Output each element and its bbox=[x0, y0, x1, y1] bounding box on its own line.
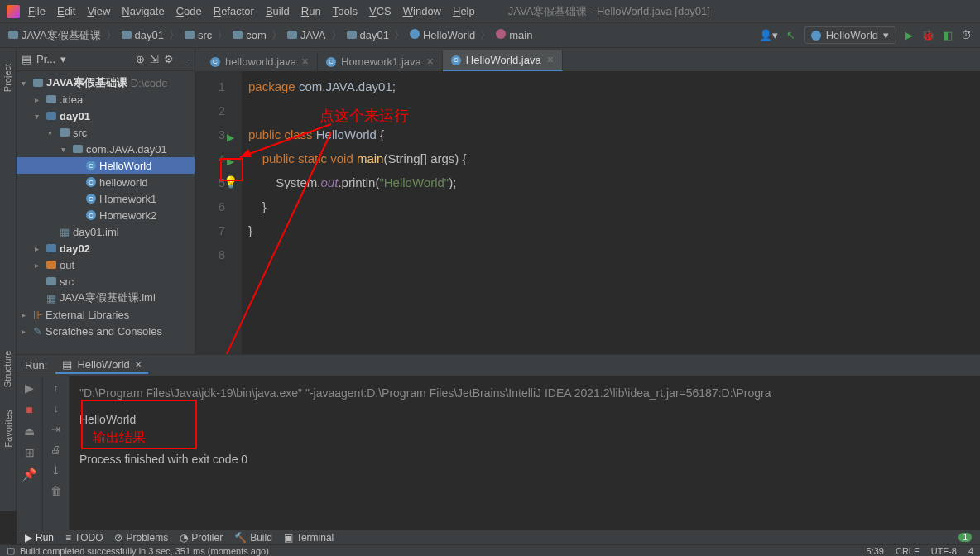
project-tree[interactable]: ▾ JAVA寒假基础课 D:\code▸ .idea▾ day01▾ src▾ … bbox=[17, 71, 195, 343]
side-tab-favorites[interactable]: Favorites bbox=[3, 410, 13, 447]
breadcrumb-item[interactable]: day01 bbox=[122, 29, 164, 41]
run-toolbar: ▶ ■ ⏏ ⊞ 📌 bbox=[17, 376, 43, 530]
print-icon[interactable]: 🖨 bbox=[50, 443, 61, 456]
scroll-icon[interactable]: ⤓ bbox=[51, 464, 60, 477]
gutter-run-icon[interactable]: ▶ bbox=[227, 126, 234, 150]
menu-code[interactable]: Code bbox=[176, 5, 202, 17]
tree-item[interactable]: C Homework2 bbox=[17, 207, 195, 223]
bottom-tab-build[interactable]: 🔨 Build bbox=[234, 532, 272, 544]
stop-button[interactable]: ■ bbox=[26, 403, 32, 416]
run-config-selector[interactable]: HelloWorld ▾ bbox=[804, 26, 896, 44]
tree-root[interactable]: ▾ JAVA寒假基础课 D:\code bbox=[17, 74, 195, 91]
tree-item[interactable]: ▸⊪ External Libraries bbox=[17, 306, 195, 323]
bottom-tab-todo[interactable]: ≡ TODO bbox=[65, 532, 103, 544]
breadcrumb-item[interactable]: com bbox=[233, 29, 267, 41]
back-arrow-icon[interactable]: ↖ bbox=[786, 29, 795, 41]
tree-item[interactable]: ▸ out bbox=[17, 256, 195, 273]
code-line[interactable]: package com.JAVA.day01; bbox=[248, 74, 973, 98]
event-log-badge[interactable]: 1 bbox=[958, 533, 972, 542]
menu-tools[interactable]: Tools bbox=[333, 5, 358, 17]
menu-help[interactable]: Help bbox=[453, 5, 475, 17]
user-icon[interactable]: 👤▾ bbox=[759, 29, 778, 41]
tree-item[interactable]: ▸ .idea bbox=[17, 91, 195, 108]
pin-button[interactable]: 📌 bbox=[22, 467, 36, 481]
breadcrumb-item[interactable]: src bbox=[185, 29, 212, 41]
up-icon[interactable]: ↑ bbox=[53, 381, 59, 394]
tree-item[interactable]: C Homework1 bbox=[17, 190, 195, 207]
editor-tab[interactable]: Chelloworld.java✕ bbox=[202, 52, 318, 71]
code-editor[interactable]: 12▶3▶45678 package com.JAVA.day01;public… bbox=[195, 71, 980, 354]
indent-label[interactable]: 4 bbox=[968, 546, 973, 556]
menu-view[interactable]: View bbox=[87, 5, 110, 17]
module-icon bbox=[46, 244, 56, 252]
side-tab-structure[interactable]: Structure bbox=[3, 351, 13, 388]
code-line[interactable]: } bbox=[248, 218, 973, 242]
tree-item[interactable]: ▦ day01.iml bbox=[17, 223, 195, 240]
tree-item[interactable]: ▾ day01 bbox=[17, 108, 195, 124]
editor-tab[interactable]: CHomework1.java✕ bbox=[318, 52, 443, 71]
bottom-tab-run[interactable]: ▶ Run bbox=[25, 532, 54, 544]
code-line[interactable]: public static void main(String[] args) { bbox=[248, 146, 973, 170]
close-icon[interactable]: ✕ bbox=[546, 55, 554, 65]
close-icon[interactable]: ✕ bbox=[426, 56, 434, 67]
coverage-button[interactable]: ◧ bbox=[943, 29, 953, 41]
close-icon[interactable]: ✕ bbox=[135, 360, 142, 369]
editor-tab[interactable]: CHelloWorld.java✕ bbox=[443, 50, 563, 71]
project-view-icon[interactable]: ▤ bbox=[22, 53, 31, 65]
menu-run[interactable]: Run bbox=[301, 5, 321, 17]
menu-build[interactable]: Build bbox=[266, 5, 290, 17]
code-line[interactable] bbox=[248, 242, 973, 266]
status-icon[interactable]: ▢ bbox=[7, 545, 15, 556]
tree-item[interactable]: ▸ day02 bbox=[17, 240, 195, 256]
console-toolbar: ↑ ↓ ⇥ 🖨 ⤓ 🗑 bbox=[43, 376, 70, 530]
bottom-tab-profiler[interactable]: ◔ Profiler bbox=[180, 532, 223, 544]
hide-icon[interactable]: — bbox=[179, 53, 190, 65]
breadcrumb-item[interactable]: JAVA寒假基础课 bbox=[8, 28, 101, 43]
wrap-icon[interactable]: ⇥ bbox=[51, 423, 60, 435]
tree-item[interactable]: ▾ com.JAVA.day01 bbox=[17, 141, 195, 157]
line-separator[interactable]: CRLF bbox=[896, 546, 920, 556]
breadcrumb-item[interactable]: JAVA bbox=[287, 29, 326, 41]
tree-item[interactable]: ▸✎ Scratches and Consoles bbox=[17, 323, 195, 339]
tree-item[interactable]: C helloworld bbox=[17, 174, 195, 190]
layout-button[interactable]: ⊞ bbox=[25, 446, 35, 459]
run-tab[interactable]: ▤ HelloWorld ✕ bbox=[55, 357, 147, 374]
breadcrumb-item[interactable]: day01 bbox=[347, 29, 389, 41]
class-icon: C bbox=[210, 57, 220, 67]
run-button[interactable]: ▶ bbox=[905, 29, 913, 41]
bottom-tab-problems[interactable]: ⊘ Problems bbox=[114, 532, 168, 544]
code-line[interactable]: 💡 System.out.println("HelloWorld"); bbox=[248, 170, 973, 194]
gear-icon[interactable]: ⚙ bbox=[164, 53, 174, 65]
side-tab-project[interactable]: Project bbox=[3, 64, 13, 92]
menu-refactor[interactable]: Refactor bbox=[214, 5, 254, 17]
menu-edit[interactable]: Edit bbox=[57, 5, 75, 17]
console-output[interactable]: "D:\Program Files\Java\jdk-19\bin\java.e… bbox=[70, 376, 980, 530]
locate-icon[interactable]: ⊕ bbox=[136, 53, 145, 65]
chevron-down-icon[interactable]: ▾ bbox=[60, 53, 66, 65]
close-icon[interactable]: ✕ bbox=[301, 56, 309, 67]
rerun-button[interactable]: ▶ bbox=[25, 381, 34, 395]
tree-item[interactable]: src bbox=[17, 273, 195, 290]
file-encoding[interactable]: UTF-8 bbox=[931, 546, 957, 556]
exit-button[interactable]: ⏏ bbox=[24, 424, 35, 438]
clear-icon[interactable]: 🗑 bbox=[50, 485, 61, 497]
debug-button[interactable]: 🐞 bbox=[921, 29, 934, 41]
menu-vcs[interactable]: VCS bbox=[369, 5, 392, 17]
tree-item[interactable]: C HelloWorld bbox=[17, 157, 195, 174]
tree-item[interactable]: ▾ src bbox=[17, 124, 195, 141]
project-view-label[interactable]: Pr... bbox=[36, 53, 55, 65]
bottom-tab-terminal[interactable]: ▣ Terminal bbox=[284, 532, 334, 544]
profiler-button[interactable]: ⏱ bbox=[961, 29, 972, 41]
code-line[interactable]: } bbox=[248, 194, 973, 218]
tree-item[interactable]: ▦ JAVA寒假基础课.iml bbox=[17, 290, 195, 306]
menu-navigate[interactable]: Navigate bbox=[122, 5, 164, 17]
gutter[interactable]: 12▶3▶45678 bbox=[195, 71, 242, 354]
caret-position[interactable]: 5:39 bbox=[867, 546, 884, 556]
console-cmd-line: "D:\Program Files\Java\jdk-19\bin\java.e… bbox=[79, 383, 970, 403]
expand-icon[interactable]: ⇲ bbox=[150, 53, 159, 65]
down-icon[interactable]: ↓ bbox=[53, 402, 59, 415]
menu-file[interactable]: File bbox=[28, 5, 46, 17]
menu-window[interactable]: Window bbox=[403, 5, 441, 17]
breadcrumb-item[interactable]: main bbox=[496, 29, 532, 41]
breadcrumb-item[interactable]: HelloWorld bbox=[410, 29, 475, 41]
